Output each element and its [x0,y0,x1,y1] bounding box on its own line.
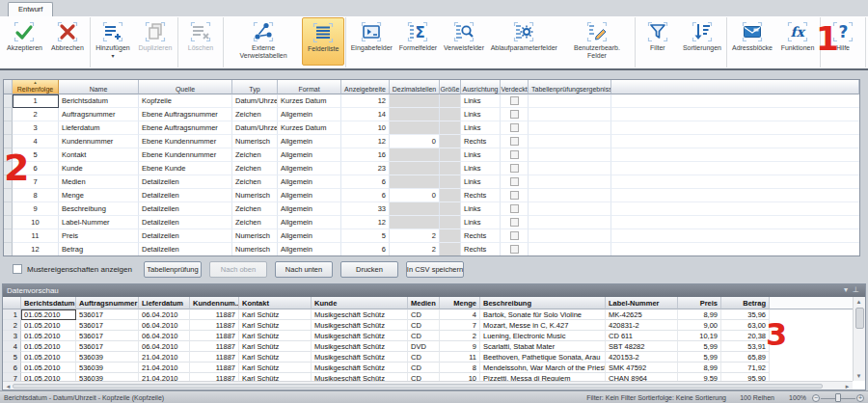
external-ref-tables-button[interactable]: Externe Verweistabellen [225,17,302,66]
preview-row-number[interactable]: 4 [3,341,21,352]
field-cell-align[interactable]: Links [461,162,501,175]
field-cell-source[interactable]: Detailzeilen [139,216,232,229]
field-cell-name[interactable]: Kundennummer [59,135,139,148]
preview-cell[interactable]: Musikgeschäft Schütz [312,352,408,363]
hidden-checkbox[interactable] [510,110,519,119]
field-cell-width[interactable]: 16 [341,148,390,162]
field-cell-decimals[interactable] [390,202,440,216]
field-cell-size[interactable] [440,148,461,162]
field-cell-align[interactable]: Rechts [461,135,501,148]
field-cell-hidden[interactable] [501,108,529,121]
preview-cell[interactable]: 4 [440,309,480,320]
preview-cell[interactable]: MK-42625 [606,309,678,320]
preview-cell[interactable]: 01.05.2010 [21,341,76,352]
hidden-checkbox[interactable] [510,137,519,146]
field-cell-source[interactable]: Ebene Kunde [139,162,232,175]
field-cell-align[interactable]: Links [461,175,501,189]
preview-cell[interactable]: 01.05.2010 [21,320,76,331]
preview-cell[interactable]: 65,89 [721,352,770,363]
field-cell-source[interactable]: Ebene Auftragsnummer [139,121,232,135]
preview-cell[interactable]: 21.04.2010 [139,363,190,373]
field-cell-align[interactable]: Links [461,202,501,216]
cancel-button[interactable]: Abbrechen [46,17,89,66]
field-cell-hidden[interactable] [501,94,529,108]
preview-cell[interactable]: 35,96 [721,309,770,320]
preview-cell[interactable]: 10,19 [678,331,721,341]
preview-cell[interactable]: SBT 48282 [606,341,678,352]
field-cell-hidden[interactable] [501,202,529,216]
field-cell-check-results[interactable] [529,175,611,189]
field-cell-check-results[interactable] [529,121,611,135]
field-cell-decimals[interactable] [390,94,440,108]
preview-col-header-beschreibung[interactable]: Beschreibung [480,297,606,309]
field-list-button[interactable]: Felderliste [302,17,344,66]
field-col-header-tabellenpr-fungsergebnisse[interactable]: Tabellenprüfungsergebnisse [529,80,611,94]
hidden-checkbox[interactable] [510,123,519,132]
field-cell-size[interactable] [440,189,461,202]
field-cell-width[interactable]: 5 [341,229,390,243]
hidden-checkbox[interactable] [510,204,519,213]
field-cell-align[interactable]: Links [461,216,501,229]
field-cell-align[interactable]: Rechts [461,189,501,202]
field-cell-order[interactable]: 3 [13,121,59,135]
field-cell-check-results[interactable] [529,243,611,256]
field-col-header-format[interactable]: Format [278,80,341,94]
preview-cell[interactable]: 7 [440,320,480,331]
field-col-header-quelle[interactable]: Quelle [139,80,232,94]
field-cell-source[interactable]: Ebene Kundennummer [139,135,232,148]
preview-cell[interactable]: 63,00 [721,320,770,331]
field-cell-decimals[interactable] [390,108,440,121]
field-cell-align[interactable]: Rechts [461,229,501,243]
field-col-header-gr-e[interactable]: Größe [440,80,461,94]
field-cell-hidden[interactable] [501,121,529,135]
field-cell-width[interactable]: 12 [341,94,390,108]
scroll-right-icon[interactable]: ► [842,383,853,390]
preview-cell[interactable]: 11887 [190,341,239,352]
field-cell-format[interactable]: Allgemein [278,148,341,162]
field-cell-type[interactable]: Numerisch [232,229,278,243]
filter-button[interactable]: Filter [637,17,679,66]
preview-cell[interactable]: 20,38 [721,331,770,341]
field-cell-order[interactable]: 12 [13,243,59,256]
preview-cell[interactable]: Karl Schütz [239,331,312,341]
preview-cell[interactable]: Karl Schütz [239,341,312,352]
field-cell-decimals[interactable]: 0 [390,135,440,148]
field-cell-size[interactable] [440,162,461,175]
vertical-scroll-thumb[interactable] [855,308,864,329]
zoom-out-icon[interactable]: − [812,394,820,402]
field-cell-name[interactable]: Preis [59,229,139,243]
row-indicator[interactable] [4,216,13,229]
preview-cell[interactable]: 420153-2 [606,352,678,363]
field-cell-source[interactable]: Detailzeilen [139,202,232,216]
tab-entwurf[interactable]: Entwurf [8,2,53,16]
preview-cell[interactable]: 11887 [190,363,239,373]
field-cell-hidden[interactable] [501,216,529,229]
field-cell-format[interactable]: Allgemein [278,243,341,256]
input-fields-button[interactable]: Eingabefelder [347,17,395,66]
field-cell-format[interactable]: Allgemein [278,175,341,189]
field-cell-size[interactable] [440,202,461,216]
preview-cell[interactable]: 11887 [190,352,239,363]
field-cell-decimals[interactable] [390,175,440,189]
preview-col-header-menge[interactable]: Menge [440,297,480,309]
row-indicator[interactable] [4,202,13,216]
field-cell-hidden[interactable] [501,175,529,189]
hidden-checkbox[interactable] [510,245,519,254]
collapse-icon[interactable]: ▾ [844,284,848,296]
field-cell-format[interactable]: Allgemein [278,135,341,148]
field-cell-source[interactable]: Ebene Auftragsnummer [139,108,232,121]
field-cell-hidden[interactable] [501,162,529,175]
field-col-header-name[interactable]: Name [59,80,139,94]
row-indicator[interactable] [4,243,13,256]
preview-cell[interactable]: 420831-2 [606,320,678,331]
field-cell-type[interactable]: Datum/Uhrzeit [232,94,278,108]
preview-cell[interactable]: 01.05.2010 [21,331,76,341]
preview-row-number[interactable]: 2 [3,320,21,331]
field-cell-align[interactable]: Links [461,94,501,108]
field-cell-hidden[interactable] [501,148,529,162]
preview-cell[interactable]: Musikgeschäft Schütz [312,320,408,331]
address-blocks-button[interactable]: Adressblöcke [728,17,776,66]
row-indicator[interactable] [4,189,13,202]
scroll-down-icon[interactable]: ▼ [854,372,864,380]
preview-cell[interactable]: Karl Schütz [239,309,312,320]
